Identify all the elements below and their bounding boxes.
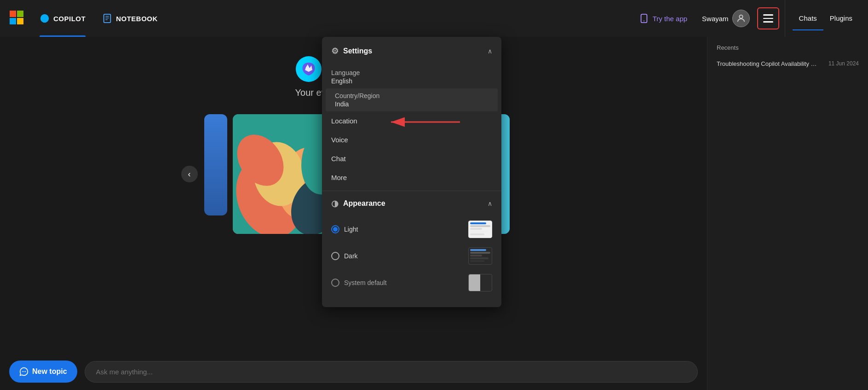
more-item[interactable]: More (322, 168, 501, 187)
user-section: Swayam (702, 10, 750, 27)
half-circle-icon: ◑ (331, 198, 339, 209)
try-app-button[interactable]: Try the app (632, 10, 695, 27)
hamburger-line-1 (763, 14, 773, 16)
svg-rect-5 (104, 14, 111, 23)
topnav: COPILOT NOTEBOOK Try the app Swayam (0, 0, 868, 37)
dark-radio[interactable] (331, 252, 339, 260)
svg-point-11 (739, 15, 742, 18)
light-theme-preview (468, 221, 492, 238)
chat-bubble-icon (19, 367, 29, 376)
new-topic-button[interactable]: New topic (9, 361, 77, 383)
carousel-prev-button[interactable]: ‹ (181, 166, 198, 182)
nav-tab-notebook[interactable]: NOTEBOOK (94, 0, 166, 37)
ask-input[interactable] (85, 361, 698, 383)
dropdown-divider (322, 191, 501, 191)
svg-point-4 (40, 14, 49, 23)
system-theme-preview (468, 274, 492, 291)
appearance-section: Light Dark (322, 212, 501, 300)
appearance-light-option[interactable]: Light (331, 216, 492, 243)
recents-label: Recents (717, 44, 859, 51)
svg-rect-0 (10, 11, 16, 17)
country-region-item[interactable]: Country/Region India (326, 88, 498, 111)
svg-rect-2 (10, 18, 16, 24)
light-label: Light (344, 226, 358, 233)
svg-point-29 (23, 371, 24, 372)
system-default-label: System default (344, 279, 387, 286)
recents-section: Recents Troubleshooting Copilot Availabi… (707, 37, 868, 78)
recent-item-title: Troubleshooting Copilot Availability Err (717, 60, 818, 67)
dropdown-menu: ⚙ Settings ∧ Language English Country/Re… (322, 37, 501, 307)
chat-item[interactable]: Chat (322, 149, 501, 168)
hamburger-line-2 (763, 18, 773, 19)
right-sidebar: Recents Troubleshooting Copilot Availabi… (707, 37, 868, 390)
user-avatar[interactable] (732, 10, 750, 27)
light-radio[interactable] (331, 225, 339, 233)
language-item[interactable]: Language English (322, 65, 501, 88)
hamburger-button[interactable] (757, 7, 779, 29)
settings-chevron-up-icon[interactable]: ∧ (488, 47, 492, 55)
svg-point-10 (644, 20, 644, 21)
svg-rect-1 (17, 11, 23, 17)
tab-chats[interactable]: Chats (793, 7, 823, 30)
svg-rect-3 (17, 18, 23, 24)
dark-label: Dark (344, 252, 358, 260)
ms-logo[interactable] (9, 10, 31, 27)
location-item[interactable]: Location (322, 111, 501, 130)
copilot-logo (295, 55, 322, 83)
user-name: Swayam (702, 15, 729, 23)
hamburger-line-3 (763, 21, 773, 23)
bottom-bar: New topic (0, 353, 707, 390)
appearance-dark-option[interactable]: Dark (331, 243, 492, 269)
recent-item-date: 11 Jun 2024 (828, 60, 859, 67)
carousel-image-blue (204, 114, 227, 215)
nav-tab-copilot[interactable]: COPILOT (31, 0, 94, 37)
dark-theme-preview (468, 247, 492, 265)
gear-icon: ⚙ (331, 46, 339, 56)
svg-point-30 (25, 371, 26, 372)
settings-section-title: ⚙ Settings (331, 46, 372, 56)
tab-plugins[interactable]: Plugins (823, 7, 859, 30)
svg-point-28 (22, 371, 23, 372)
system-radio[interactable] (331, 279, 339, 287)
recent-item[interactable]: Troubleshooting Copilot Availability Err… (717, 57, 859, 71)
voice-item[interactable]: Voice (322, 130, 501, 149)
appearance-system-option[interactable]: System default (331, 269, 492, 296)
right-tabs-header: Chats Plugins (785, 0, 859, 37)
appearance-section-header: ◑ Appearance ∧ (322, 195, 501, 212)
phone-icon (639, 13, 649, 23)
appearance-chevron-up-icon[interactable]: ∧ (488, 200, 492, 207)
